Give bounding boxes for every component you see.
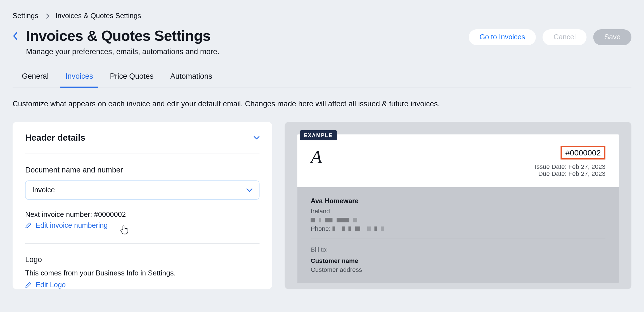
- logo-section-title: Logo: [25, 255, 260, 264]
- next-invoice-number: Next invoice number: #0000002: [25, 210, 260, 219]
- business-logo: A: [311, 146, 322, 177]
- pencil-icon: [25, 222, 32, 229]
- card-header[interactable]: Header details: [25, 133, 260, 154]
- tab-invoices[interactable]: Invoices: [65, 64, 93, 87]
- invoice-paper: A #0000002 Issue Date: Feb 27, 2023 Due …: [297, 134, 619, 283]
- cancel-button[interactable]: Cancel: [543, 29, 586, 45]
- tab-general[interactable]: General: [22, 64, 49, 87]
- business-email-redacted: [311, 216, 606, 223]
- cursor-hand-icon: [120, 225, 129, 235]
- document-type-select[interactable]: Invoice: [25, 180, 260, 200]
- business-country: Ireland: [311, 207, 606, 214]
- document-type-value: Invoice: [32, 186, 55, 194]
- chevron-down-icon: [247, 188, 252, 191]
- save-button[interactable]: Save: [593, 29, 631, 45]
- back-button[interactable]: [13, 28, 18, 40]
- pencil-icon: [25, 282, 32, 288]
- logo-section-desc: This comes from your Business Info in Se…: [25, 269, 260, 277]
- header-details-card: Header details Document name and number …: [13, 122, 272, 289]
- breadcrumb-current: Invoices & Quotes Settings: [56, 12, 141, 20]
- invoice-preview: EXAMPLE A #0000002 Issue Date: Feb 27, 2…: [285, 122, 632, 289]
- tab-description: Customize what appears on each invoice a…: [13, 99, 631, 108]
- issue-date: Issue Date: Feb 27, 2023: [535, 163, 605, 170]
- chevron-left-icon: [13, 32, 18, 40]
- settings-tabs: General Invoices Price Quotes Automation…: [13, 64, 631, 88]
- document-name-label: Document name and number: [25, 165, 260, 174]
- chevron-right-icon: [44, 13, 49, 18]
- customer-name: Customer name: [311, 257, 606, 264]
- bill-to-label: Bill to:: [311, 246, 606, 253]
- tab-price-quotes[interactable]: Price Quotes: [110, 64, 153, 87]
- business-phone: Phone:: [311, 225, 606, 232]
- page-title: Invoices & Quotes Settings: [26, 28, 219, 44]
- breadcrumb: Settings Invoices & Quotes Settings: [13, 12, 631, 20]
- due-date: Due Date: Feb 27, 2023: [535, 170, 605, 177]
- invoice-number-highlight: #0000002: [561, 146, 605, 159]
- card-title: Header details: [25, 133, 85, 143]
- edit-logo-link[interactable]: Edit Logo: [25, 281, 260, 289]
- edit-invoice-numbering-link[interactable]: Edit invoice numbering: [25, 221, 260, 230]
- chevron-down-icon: [254, 136, 260, 139]
- tab-automations[interactable]: Automations: [170, 64, 212, 87]
- page-subtitle: Manage your preferences, emails, automat…: [26, 47, 219, 56]
- business-name: Ava Homeware: [311, 197, 606, 205]
- customer-address: Customer address: [311, 266, 606, 273]
- breadcrumb-root[interactable]: Settings: [13, 12, 38, 20]
- example-badge: EXAMPLE: [300, 130, 337, 140]
- go-to-invoices-button[interactable]: Go to Invoices: [468, 29, 536, 45]
